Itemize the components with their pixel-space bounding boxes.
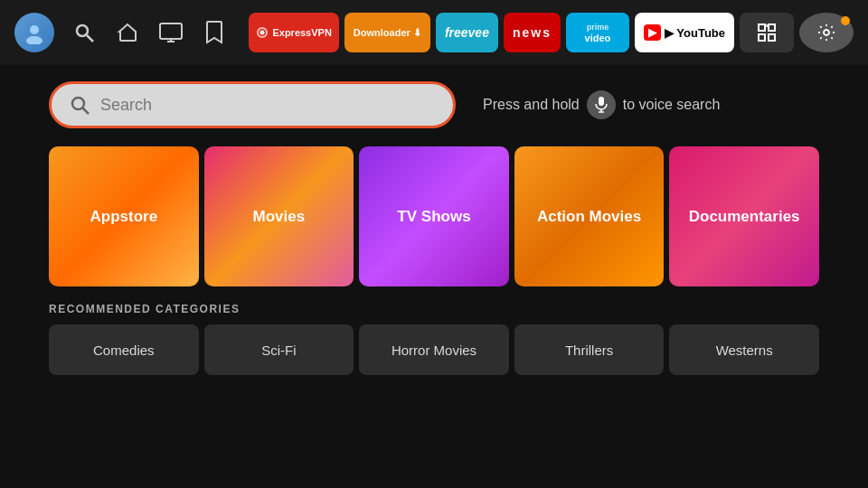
settings-badge[interactable] (799, 13, 854, 52)
home-nav-icon[interactable] (114, 19, 141, 46)
rec-tile-westerns[interactable]: Westerns (669, 324, 819, 375)
tile-appstore[interactable]: Appstore (49, 146, 199, 286)
svg-point-2 (77, 25, 88, 36)
tile-action-label: Action Movies (528, 208, 650, 226)
rec-tile-horror[interactable]: Horror Movies (359, 324, 509, 375)
svg-point-0 (30, 25, 39, 34)
svg-point-7 (260, 31, 265, 35)
settings-notification-dot (841, 16, 850, 25)
bookmark-nav-icon[interactable] (201, 19, 228, 46)
tile-appstore-label: Appstore (80, 208, 166, 226)
tile-documentaries[interactable]: Documentaries (669, 146, 819, 286)
freevee-badge[interactable]: freevee (436, 13, 498, 52)
svg-line-15 (83, 108, 90, 115)
svg-point-13 (824, 30, 829, 35)
tile-movies-label: Movies (244, 208, 315, 226)
expressvpn-label: ExpressVPN (272, 27, 331, 38)
primevideo-badge[interactable]: prime video (566, 13, 629, 52)
youtube-label: ▶ YouTube (665, 26, 725, 40)
recommended-grid: Comedies Sci-Fi Horror Movies Thrillers … (49, 324, 819, 375)
recommended-section: RECOMMENDED CATEGORIES Comedies Sci-Fi H… (0, 286, 868, 375)
search-section: Search Press and hold to voice search (0, 65, 868, 139)
rec-thrillers-label: Thrillers (565, 343, 613, 358)
voice-hint-prefix: Press and hold (483, 97, 580, 113)
voice-hint: Press and hold to voice search (483, 90, 720, 119)
expressvpn-badge[interactable]: ExpressVPN (249, 13, 338, 52)
search-box[interactable]: Search (49, 81, 456, 128)
svg-rect-11 (769, 34, 775, 41)
tile-tvshows-label: TV Shows (388, 208, 479, 226)
svg-rect-10 (759, 34, 765, 41)
youtube-badge[interactable]: ▶ ▶ YouTube (635, 13, 734, 52)
grid-badge[interactable] (740, 13, 794, 52)
rec-westerns-label: Westerns (716, 343, 773, 358)
search-nav-icon[interactable] (71, 19, 98, 46)
search-box-icon (70, 95, 90, 115)
svg-rect-9 (769, 24, 775, 31)
freevee-label: freevee (445, 25, 489, 40)
top-nav: ExpressVPN Downloader ⬇ freevee news pri… (0, 0, 868, 65)
mic-icon[interactable] (587, 90, 616, 119)
tile-action-movies[interactable]: Action Movies (514, 146, 665, 286)
rec-scifi-label: Sci-Fi (261, 343, 296, 358)
tv-nav-icon[interactable] (157, 19, 184, 46)
svg-rect-16 (599, 97, 604, 106)
rec-tile-comedies[interactable]: Comedies (49, 324, 199, 375)
tile-tvshows[interactable]: TV Shows (359, 146, 509, 286)
nav-left (14, 13, 228, 52)
rec-tile-scifi[interactable]: Sci-Fi (204, 324, 354, 375)
voice-hint-suffix: to voice search (623, 97, 721, 113)
recommended-label: RECOMMENDED CATEGORIES (49, 303, 819, 315)
svg-point-14 (72, 98, 84, 109)
app-badges: ExpressVPN Downloader ⬇ freevee news pri… (249, 13, 854, 52)
categories-grid: Appstore Movies TV Shows Action Movies D… (0, 139, 868, 286)
tile-documentaries-label: Documentaries (680, 208, 809, 226)
news-label: news (513, 25, 552, 40)
svg-line-3 (87, 35, 93, 42)
rec-comedies-label: Comedies (93, 343, 155, 358)
news-badge[interactable]: news (504, 13, 561, 52)
tile-movies[interactable]: Movies (204, 146, 354, 286)
svg-rect-4 (160, 23, 182, 39)
svg-rect-8 (759, 24, 765, 31)
avatar[interactable] (14, 13, 54, 52)
rec-horror-label: Horror Movies (392, 343, 476, 358)
downloader-badge[interactable]: Downloader ⬇ (344, 13, 430, 52)
svg-point-1 (26, 36, 42, 44)
rec-tile-thrillers[interactable]: Thrillers (514, 324, 665, 375)
search-placeholder: Search (100, 96, 152, 115)
downloader-label: Downloader ⬇ (354, 27, 421, 39)
